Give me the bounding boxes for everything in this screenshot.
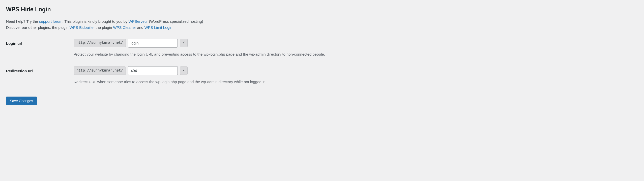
intro-text: . This plugin is kindly brought to you b… — [62, 19, 128, 24]
settings-form-table: Login url http://sunnykumar.net/ / Prote… — [6, 36, 638, 92]
login-url-description: Protect your website by changing the log… — [74, 52, 638, 57]
login-url-suffix: / — [180, 39, 187, 47]
intro-text: Discover our other plugins: the plugin — [6, 25, 70, 30]
redirect-url-prefix: http://sunnykumar.net/ — [74, 66, 126, 75]
redirect-url-label: Redirection url — [6, 64, 74, 92]
wps-limit-login-link[interactable]: WPS Limit Login — [144, 25, 172, 30]
intro-text: and — [136, 25, 144, 30]
redirect-url-input[interactable] — [128, 66, 178, 75]
login-url-input[interactable] — [128, 39, 178, 48]
intro-text: , the plugin — [94, 25, 113, 30]
wps-cleaner-link[interactable]: WPS Cleaner — [113, 25, 136, 30]
redirect-url-row: Redirection url http://sunnykumar.net/ /… — [6, 64, 638, 92]
login-url-row: Login url http://sunnykumar.net/ / Prote… — [6, 36, 638, 64]
intro-text: Need help? Try the — [6, 19, 39, 24]
save-changes-button[interactable]: Save Changes — [6, 97, 37, 105]
support-forum-link[interactable]: support forum — [39, 19, 63, 24]
wpserveur-link[interactable]: WPServeur — [129, 19, 148, 24]
login-url-label: Login url — [6, 36, 74, 64]
login-url-prefix: http://sunnykumar.net/ — [74, 39, 126, 47]
intro-text: (WordPress specialized hosting) — [148, 19, 203, 24]
intro-paragraph: Need help? Try the support forum. This p… — [6, 18, 638, 31]
section-heading: WPS Hide Login — [6, 5, 638, 14]
redirect-url-description: Redirect URL when someone tries to acces… — [74, 79, 638, 85]
submit-row: Save Changes — [6, 97, 638, 105]
wps-bidouille-link[interactable]: WPS Bidouille — [70, 25, 94, 30]
redirect-url-suffix: / — [180, 66, 187, 75]
